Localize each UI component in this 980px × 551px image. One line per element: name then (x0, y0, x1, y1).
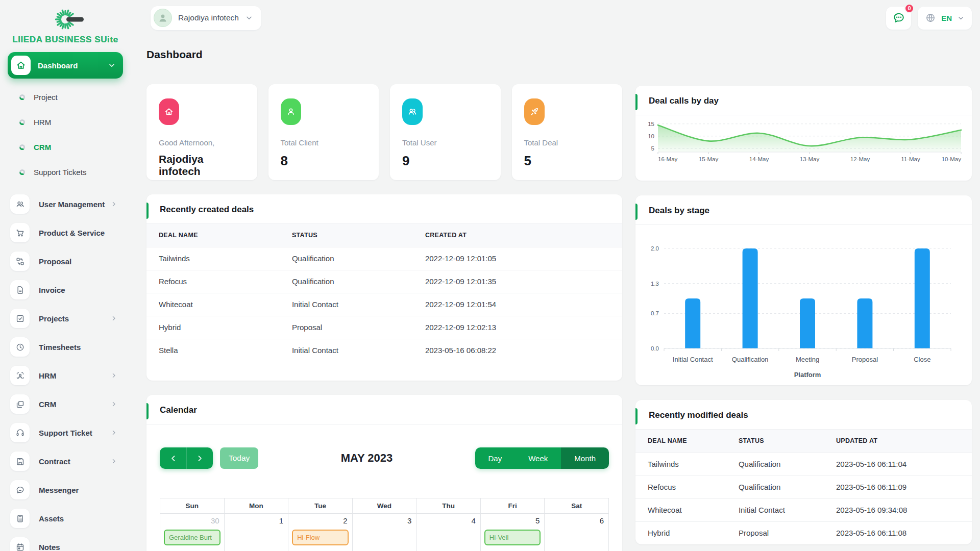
calendar-event[interactable]: Hi-Flow (292, 530, 349, 545)
calendar-day-cell[interactable]: 30Geraldine Burt (160, 514, 225, 551)
calendar-view-week-button[interactable]: Week (515, 447, 561, 469)
sidebar-sub-item-project[interactable]: Project (0, 85, 131, 110)
column-header: UPDATED AT (824, 430, 972, 453)
deal-calls-by-day-card: Deal calls by day 1510516-May15-May14-Ma… (635, 86, 972, 181)
calendar-icon (10, 537, 30, 551)
recently-modified-deals-card: Recently modified deals DEAL NAMESTATUSU… (635, 400, 972, 544)
top-bar: Rajodiya infotech 0 EN (146, 0, 972, 36)
clock-icon (10, 337, 30, 357)
sidebar: LIIEDA BUSINESS SUite Dashboard ProjectH… (0, 0, 131, 551)
deal-calls-area-chart: 1510516-May15-May14-May13-May12-May11-Ma… (642, 119, 966, 173)
weekday-header: Wed (352, 498, 416, 514)
svg-text:Close: Close (914, 356, 930, 363)
stat-label: Total Client (281, 138, 367, 147)
calendar-prev-button[interactable] (160, 447, 186, 469)
svg-text:0.7: 0.7 (651, 310, 659, 316)
calendar-card: Calendar Today MAY 2023 DayWeekMonth Sun… (146, 395, 622, 551)
sidebar-item-projects[interactable]: Projects (0, 304, 131, 333)
progress-circle-icon (19, 94, 25, 100)
svg-text:2.0: 2.0 (651, 245, 659, 252)
progress-circle-icon (19, 119, 25, 125)
stat-label: Good Afternoon, (159, 138, 245, 147)
table-cell: Initial Contact (280, 293, 413, 316)
calculator-icon (10, 509, 30, 528)
sidebar-item-assets[interactable]: Assets (0, 504, 131, 533)
sidebar-item-hrm[interactable]: HRM (0, 361, 131, 390)
proposal-icon (10, 252, 30, 271)
table-cell: 2023-05-16 09:34:08 (824, 498, 972, 521)
deals-by-stage-bar-chart: 0.00.71.32.0Initial ContactQualification… (642, 229, 964, 378)
calendar-day-cell[interactable]: 6 (545, 514, 609, 551)
sidebar-item-crm[interactable]: CRM (0, 390, 131, 418)
calendar-event[interactable]: Hi-Veil (484, 530, 541, 545)
calendar-day-cell[interactable]: 2Hi-Flow (288, 514, 353, 551)
calendar-date: 5 (481, 514, 545, 525)
invoice-icon (10, 280, 30, 299)
weekday-header: Sun (160, 498, 225, 514)
chevron-right-icon (110, 400, 117, 408)
calendar-view-month-button[interactable]: Month (561, 447, 609, 469)
notification-badge: 0 (904, 4, 914, 13)
sidebar-item-timesheets[interactable]: Timesheets (0, 333, 131, 361)
stat-label: Total User (402, 138, 488, 147)
workspace-dropdown[interactable]: Rajodiya infotech (151, 6, 261, 30)
table-cell: Hybrid (146, 316, 280, 339)
svg-text:13-May: 13-May (800, 156, 820, 162)
table-cell: Hybrid (635, 521, 726, 544)
table-cell: Proposal (280, 316, 413, 339)
sidebar-item-label: Assets (39, 514, 64, 523)
table-cell: 2022-12-09 12:02:13 (413, 316, 622, 339)
calendar-day-cell[interactable]: 3 (352, 514, 416, 551)
sidebar-item-notes[interactable]: Notes (0, 533, 131, 551)
chevron-right-icon (110, 315, 117, 322)
chevron-right-icon (110, 458, 117, 465)
sidebar-item-dashboard[interactable]: Dashboard (8, 52, 123, 79)
sidebar-item-support-ticket[interactable]: Support Ticket (0, 418, 131, 447)
progress-circle-icon (19, 169, 25, 175)
weekday-header: Fri (480, 498, 545, 514)
sidebar-item-product-service[interactable]: Product & Service (0, 218, 131, 247)
language-dropdown[interactable]: EN (918, 7, 972, 30)
chat-dots-icon (892, 11, 905, 24)
sidebar-item-messenger[interactable]: Messenger (0, 475, 131, 504)
sidebar-sub-item-hrm[interactable]: HRM (0, 110, 131, 135)
calendar-today-button[interactable]: Today (220, 447, 258, 469)
svg-text:10: 10 (648, 133, 654, 139)
stat-card-total-deal: Total Deal5 (512, 84, 623, 180)
home-icon (159, 98, 179, 125)
calendar-next-button[interactable] (186, 447, 213, 469)
table-cell: Tailwinds (635, 453, 726, 475)
svg-text:5: 5 (651, 145, 654, 152)
table-cell: 2022-12-09 12:01:05 (413, 247, 622, 270)
stat-card-total-user: Total User9 (390, 84, 501, 180)
messages-button[interactable]: 0 (886, 7, 911, 30)
weekday-header: Mon (224, 498, 288, 514)
table-cell: 2023-05-16 06:11:04 (824, 453, 972, 475)
sidebar-item-label: HRM (39, 371, 56, 380)
table-row: HybridProposal2022-12-09 12:02:13 (146, 316, 622, 339)
calendar-grid: SunMonTueWedThuFriSat30Geraldine Burt12H… (160, 498, 609, 551)
sidebar-item-invoice[interactable]: Invoice (0, 276, 131, 304)
calendar-day-cell[interactable]: 1 (224, 514, 288, 551)
calendar-day-cell[interactable]: 4 (416, 514, 481, 551)
main-area: Rajodiya infotech 0 EN Dashboard Good Af… (131, 0, 980, 551)
calendar-view-day-button[interactable]: Day (475, 447, 516, 469)
sidebar-item-label: CRM (39, 400, 56, 409)
sidebar-item-contract[interactable]: Contract (0, 447, 131, 475)
users-icon (10, 194, 30, 214)
home-icon (11, 56, 31, 75)
sidebar-item-user-management[interactable]: User Management (0, 190, 131, 218)
sidebar-item-label: User Management (39, 200, 105, 209)
table-cell: Refocus (146, 270, 280, 293)
column-header: STATUS (280, 224, 413, 247)
calendar-event[interactable]: Geraldine Burt (164, 530, 220, 545)
sidebar-sub-item-crm[interactable]: CRM (0, 135, 131, 160)
column-header: CREATED AT (413, 224, 622, 247)
stat-value: 5 (524, 153, 610, 169)
sidebar-item-proposal[interactable]: Proposal (0, 247, 131, 276)
page-title: Dashboard (146, 48, 972, 61)
calendar-day-cell[interactable]: 5Hi-Veil (480, 514, 545, 551)
stat-cards-row: Good Afternoon,Rajodiya infotechTotal Cl… (146, 84, 622, 180)
sidebar-sub-item-support-tickets[interactable]: Support Tickets (0, 160, 131, 185)
chat-icon (10, 480, 30, 499)
